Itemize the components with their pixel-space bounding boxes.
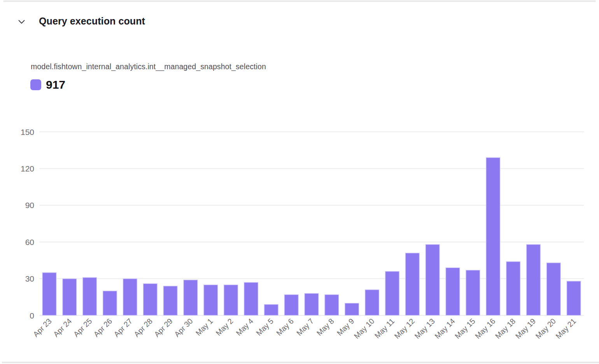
series-label: model.fishtown_internal_analytics.int__m…: [31, 62, 266, 71]
top-divider: [3, 0, 596, 2]
y-tick-label: 30: [25, 274, 34, 283]
y-tick-label: 0: [30, 311, 34, 320]
bar-apr-30[interactable]: [184, 280, 198, 315]
x-tick-label: May 15: [453, 317, 477, 340]
bar-may-5[interactable]: [264, 304, 278, 315]
x-tick-label: May 8: [315, 317, 336, 337]
y-tick-label: 150: [21, 128, 34, 136]
bar-may-21[interactable]: [567, 281, 581, 315]
legend-item[interactable]: 917: [30, 79, 65, 91]
x-tick-label: May 10: [352, 317, 376, 340]
y-tick-label: 120: [21, 164, 34, 173]
bar-may-15[interactable]: [466, 270, 480, 315]
bar-may-6[interactable]: [284, 295, 298, 315]
bar-may-11[interactable]: [385, 271, 399, 315]
x-tick-label: Apr 27: [112, 317, 134, 338]
x-tick-label: May 1: [194, 317, 214, 337]
bar-may-7[interactable]: [305, 293, 319, 315]
bar-apr-23[interactable]: [42, 273, 56, 315]
x-tick-label: May 20: [534, 317, 557, 340]
bar-may-10[interactable]: [365, 290, 379, 315]
y-tick-label: 90: [25, 201, 34, 210]
x-tick-label: Apr 25: [72, 317, 93, 338]
bar-apr-24[interactable]: [63, 279, 77, 315]
bar-may-18[interactable]: [506, 262, 520, 315]
x-tick-label: May 7: [295, 317, 315, 337]
bar-may-14[interactable]: [446, 268, 460, 315]
bar-may-19[interactable]: [526, 244, 540, 315]
chevron-down-icon: [18, 20, 25, 24]
x-tick-label: Apr 24: [51, 317, 73, 338]
collapse-toggle[interactable]: [17, 17, 26, 26]
bar-may-8[interactable]: [325, 295, 339, 315]
panel-header: Query execution count: [0, 16, 599, 29]
x-tick-label: May 14: [433, 317, 457, 340]
x-tick-label: May 2: [214, 317, 235, 337]
x-tick-label: Apr 28: [132, 317, 154, 338]
x-tick-label: May 18: [494, 317, 517, 340]
bar-may-4[interactable]: [244, 282, 258, 315]
bar-may-1[interactable]: [204, 285, 218, 315]
x-tick-label: Apr 23: [32, 317, 53, 338]
bar-apr-28[interactable]: [143, 284, 157, 315]
x-tick-label: Apr 30: [173, 317, 194, 338]
bar-may-12[interactable]: [405, 253, 419, 315]
panel-title: Query execution count: [39, 16, 145, 27]
bar-apr-29[interactable]: [163, 286, 177, 315]
bar-apr-26[interactable]: [103, 291, 117, 315]
bar-may-20[interactable]: [546, 263, 560, 315]
x-tick-label: May 11: [373, 317, 396, 340]
x-tick-label: May 4: [234, 317, 255, 337]
x-tick-label: Apr 26: [92, 317, 114, 338]
bar-apr-25[interactable]: [83, 277, 97, 315]
x-tick-label: May 16: [473, 317, 497, 340]
bar-may-16[interactable]: [486, 158, 500, 315]
bar-may-2[interactable]: [224, 285, 238, 315]
bar-apr-27[interactable]: [123, 279, 137, 315]
bar-may-9[interactable]: [345, 303, 359, 315]
y-tick-label: 60: [25, 238, 34, 247]
bottom-divider: [2, 362, 599, 363]
x-tick-label: May 5: [254, 317, 275, 337]
x-tick-label: May 13: [413, 317, 436, 340]
bar-may-13[interactable]: [426, 244, 440, 315]
x-tick-label: May 21: [554, 317, 578, 340]
x-tick-label: May 6: [275, 317, 295, 337]
legend-total: 917: [46, 78, 65, 91]
legend-swatch-icon: [30, 79, 41, 90]
x-tick-label: May 19: [513, 317, 537, 340]
x-tick-label: Apr 29: [152, 317, 174, 338]
x-tick-label: May 12: [392, 317, 416, 340]
bar-chart: 0306090120150Apr 23Apr 24Apr 25Apr 26Apr…: [0, 117, 599, 364]
